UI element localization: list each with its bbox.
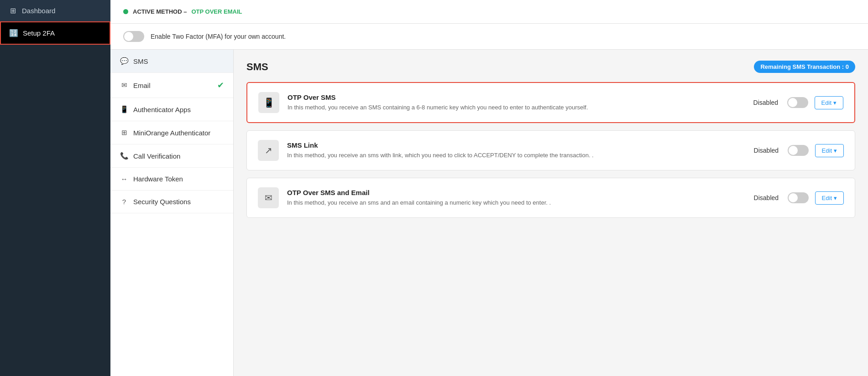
otp-sms-toggle[interactable] — [787, 97, 808, 108]
otp-sms-email-desc: In this method, you receive an sms and a… — [287, 198, 746, 207]
otp-sms-icon: 📱 — [263, 97, 275, 108]
left-nav-mini-left: ⊞ MiniOrange Authenticator — [120, 129, 210, 137]
sidebar-item-dashboard-label: Dashboard — [22, 7, 55, 15]
left-nav-item-hardware[interactable]: ↔ Hardware Token — [110, 168, 233, 191]
left-nav-sec-label: Security Questions — [133, 198, 191, 206]
left-nav-hw-label: Hardware Token — [133, 175, 183, 183]
left-nav: 💬 SMS ✉ Email ✔ 📱 Authenticator Apps — [110, 50, 234, 376]
dashboard-icon: ⊞ — [8, 6, 17, 15]
otp-sms-toggle-track[interactable] — [787, 97, 808, 108]
email-nav-icon: ✉ — [120, 81, 129, 89]
sms-link-info: SMS Link In this method, you receive an … — [287, 141, 746, 160]
right-content: SMS Remaining SMS Transaction : 0 📱 OTP … — [234, 50, 868, 376]
authenticator-nav-icon: 📱 — [120, 105, 129, 113]
section-title: SMS — [246, 61, 268, 73]
left-nav-email-label: Email — [133, 82, 151, 89]
mfa-toggle[interactable] — [123, 31, 144, 42]
left-nav-auth-left: 📱 Authenticator Apps — [120, 105, 191, 113]
sms-nav-icon: 💬 — [120, 57, 129, 65]
method-card-sms-link: ↗ SMS Link In this method, you receive a… — [246, 130, 855, 170]
left-nav-hw-left: ↔ Hardware Token — [120, 175, 183, 183]
otp-sms-email-icon-box: ✉ — [258, 187, 279, 208]
section-header: SMS Remaining SMS Transaction : 0 — [246, 61, 855, 73]
active-method-label: ACTIVE METHOD – — [133, 8, 187, 15]
mfa-row: Enable Two Factor (MFA) for your own acc… — [110, 24, 868, 50]
sidebar: ⊞ Dashboard 🔢 Setup 2FA — [0, 0, 110, 376]
hardware-nav-icon: ↔ — [120, 175, 129, 183]
sms-link-name: SMS Link — [287, 141, 746, 149]
otp-sms-email-edit-button[interactable]: Edit ▾ — [815, 191, 844, 205]
two-col-layout: 💬 SMS ✉ Email ✔ 📱 Authenticator Apps — [110, 50, 868, 376]
method-card-otp-sms: 📱 OTP Over SMS In this method, you recei… — [246, 82, 855, 123]
active-dot — [123, 9, 128, 14]
otp-sms-email-edit-label: Edit — [822, 195, 832, 201]
left-nav-item-authenticator[interactable]: 📱 Authenticator Apps — [110, 98, 233, 121]
otp-sms-icon-box: 📱 — [258, 92, 279, 113]
left-nav-email-left: ✉ Email — [120, 81, 151, 89]
left-nav-item-miniorange[interactable]: ⊞ MiniOrange Authenticator — [110, 121, 233, 144]
sms-link-icon-box: ↗ — [258, 140, 279, 161]
main-content: ACTIVE METHOD – OTP OVER EMAIL Enable Tw… — [110, 0, 868, 376]
active-method-value: OTP OVER EMAIL — [191, 8, 242, 15]
security-nav-icon: ? — [120, 198, 129, 206]
sms-link-edit-label: Edit — [822, 147, 832, 154]
left-nav-sms-left: 💬 SMS — [120, 57, 148, 65]
otp-sms-edit-chevron: ▾ — [833, 99, 837, 106]
otp-sms-email-right: Disabled Edit ▾ — [754, 191, 844, 205]
otp-sms-email-status: Disabled — [754, 194, 781, 201]
otp-sms-edit-button[interactable]: Edit ▾ — [815, 96, 843, 109]
left-nav-mini-label: MiniOrange Authenticator — [133, 129, 210, 137]
left-nav-item-call[interactable]: 📞 Call Verification — [110, 144, 233, 168]
otp-sms-email-icon: ✉ — [265, 192, 272, 203]
sms-link-edit-chevron: ▾ — [834, 147, 837, 154]
left-nav-auth-label: Authenticator Apps — [133, 106, 191, 113]
sms-link-status: Disabled — [754, 147, 781, 154]
otp-sms-desc: In this method, you receive an SMS conta… — [288, 103, 745, 112]
sms-link-edit-button[interactable]: Edit ▾ — [815, 144, 844, 157]
otp-sms-email-toggle[interactable] — [788, 192, 809, 203]
sms-link-desc: In this method, you receive an sms with … — [287, 151, 746, 160]
sms-link-right: Disabled Edit ▾ — [754, 144, 844, 157]
otp-sms-email-toggle-track[interactable] — [788, 192, 809, 203]
otp-sms-email-name: OTP Over SMS and Email — [287, 189, 746, 196]
remaining-badge: Remaining SMS Transaction : 0 — [754, 61, 855, 73]
sidebar-item-dashboard[interactable]: ⊞ Dashboard — [0, 0, 110, 21]
sms-link-icon: ↗ — [265, 145, 272, 156]
otp-sms-info: OTP Over SMS In this method, you receive… — [288, 93, 745, 112]
method-card-otp-sms-email: ✉ OTP Over SMS and Email In this method,… — [246, 178, 855, 218]
sidebar-item-setup2fa-label: Setup 2FA — [23, 29, 55, 37]
left-nav-item-sms[interactable]: 💬 SMS — [110, 50, 233, 73]
miniorange-nav-icon: ⊞ — [120, 129, 129, 137]
sidebar-item-setup2fa[interactable]: 🔢 Setup 2FA — [0, 21, 110, 45]
setup2fa-icon: 🔢 — [9, 29, 18, 37]
otp-sms-name: OTP Over SMS — [288, 93, 745, 101]
otp-sms-status: Disabled — [753, 99, 781, 106]
email-check-icon: ✔ — [217, 80, 224, 90]
top-bar: ACTIVE METHOD – OTP OVER EMAIL — [110, 0, 868, 24]
left-nav-item-security[interactable]: ? Security Questions — [110, 191, 233, 213]
left-nav-sms-label: SMS — [133, 57, 148, 65]
left-nav-call-left: 📞 Call Verification — [120, 152, 180, 160]
otp-sms-right: Disabled Edit ▾ — [753, 96, 843, 109]
otp-sms-email-info: OTP Over SMS and Email In this method, y… — [287, 189, 746, 207]
sms-link-toggle[interactable] — [788, 145, 809, 156]
left-nav-item-email[interactable]: ✉ Email ✔ — [110, 73, 233, 98]
mfa-toggle-track[interactable] — [123, 31, 144, 42]
mfa-label: Enable Two Factor (MFA) for your own acc… — [151, 33, 286, 40]
left-nav-sec-left: ? Security Questions — [120, 198, 191, 206]
otp-sms-edit-label: Edit — [821, 99, 831, 106]
otp-sms-email-edit-chevron: ▾ — [834, 195, 837, 201]
call-nav-icon: 📞 — [120, 152, 129, 160]
sms-link-toggle-track[interactable] — [788, 145, 809, 156]
left-nav-call-label: Call Verification — [133, 152, 180, 160]
